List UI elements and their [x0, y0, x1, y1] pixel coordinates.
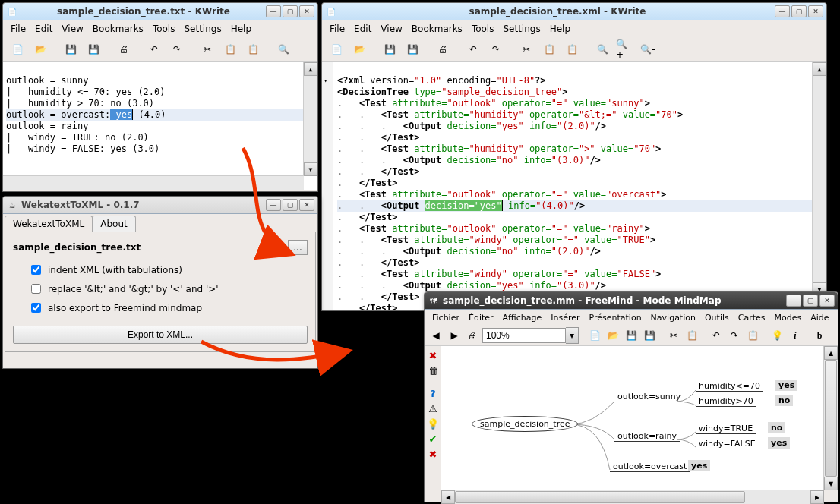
mindmap-node-windy-true[interactable]: windy=TRUE: [696, 424, 756, 434]
menu-modes[interactable]: Modes: [770, 311, 807, 324]
minimize-button[interactable]: —: [266, 199, 281, 211]
new-icon[interactable]: 📄: [586, 327, 603, 344]
idea-icon[interactable]: 💡: [769, 327, 785, 344]
tab-wekatexttoxml[interactable]: WekatextToXML: [5, 216, 93, 232]
mindmap-node-windy-false[interactable]: windy=FALSE: [696, 439, 759, 449]
kwrite-xml-titlebar[interactable]: 📄 sample_decision_tree.xml - KWrite — ▢ …: [322, 3, 826, 20]
menu-cartes[interactable]: Cartes: [734, 311, 770, 324]
menu-settings[interactable]: Settings: [498, 22, 545, 36]
print-icon[interactable]: 🖨: [433, 39, 453, 59]
mindmap-leaf-yes[interactable]: yes: [688, 460, 710, 471]
option-indent[interactable]: indent XML (with tabulations): [28, 263, 308, 277]
maximize-button[interactable]: ▢: [283, 199, 298, 211]
undo-icon[interactable]: ↶: [144, 39, 164, 59]
cross-icon[interactable]: ✖: [427, 448, 439, 460]
bold-icon[interactable]: b: [811, 327, 828, 344]
find-icon[interactable]: 🔍: [592, 39, 612, 59]
new-file-icon[interactable]: 📄: [327, 39, 346, 59]
converter-titlebar[interactable]: ☕ WekatextToXML - 0.1.7 — ▢ ✕: [3, 197, 317, 214]
trash-icon[interactable]: 🗑: [427, 364, 439, 376]
kwrite-txt-editor[interactable]: outlook = sunny | humidity <= 70: yes (2…: [3, 62, 317, 190]
save-as-icon[interactable]: 💾: [403, 39, 422, 59]
menu-bookmarks[interactable]: Bookmarks: [407, 22, 467, 36]
idea-icon[interactable]: 💡: [427, 417, 439, 430]
scroll-up-icon[interactable]: ▲: [304, 62, 317, 76]
mindmap-root[interactable]: sample_decision_tree: [472, 416, 578, 432]
scroll-left-icon[interactable]: ◀: [441, 490, 455, 504]
cut-icon[interactable]: ✂: [197, 39, 217, 59]
close-button[interactable]: ✕: [299, 199, 314, 211]
save-icon[interactable]: 💾: [623, 327, 639, 344]
scrollbar-vertical[interactable]: ▲ ▼: [823, 346, 838, 490]
warning-icon[interactable]: ⚠: [427, 402, 439, 414]
nav-prev-icon[interactable]: ◀: [428, 327, 444, 344]
nav-next-icon[interactable]: ▶: [446, 327, 463, 344]
copy-icon[interactable]: 📋: [539, 39, 559, 59]
close-button[interactable]: ✕: [299, 5, 314, 17]
save-icon[interactable]: 💾: [61, 39, 81, 59]
scroll-right-icon[interactable]: ▶: [810, 490, 824, 504]
scrollbar-horizontal[interactable]: ◀ ▶: [441, 490, 824, 504]
menu-edit[interactable]: Edit: [349, 22, 376, 36]
find-icon[interactable]: 🔍: [273, 39, 293, 59]
menu-help[interactable]: Help: [545, 22, 575, 36]
new-file-icon[interactable]: 📄: [8, 39, 27, 59]
menu-presentation[interactable]: Présentation: [585, 311, 646, 324]
menu-outils[interactable]: Outils: [700, 311, 734, 324]
minimize-button[interactable]: —: [786, 295, 801, 307]
save-as-icon[interactable]: 💾: [84, 39, 103, 59]
mindmap-node-rainy[interactable]: outlook=rainy: [614, 431, 680, 442]
export-button[interactable]: Export to XML...: [13, 326, 308, 344]
menu-navigation[interactable]: Navigation: [646, 311, 700, 324]
paste-icon[interactable]: 📋: [243, 39, 263, 59]
help-icon[interactable]: ?: [427, 387, 439, 399]
menu-affichage[interactable]: Affichage: [498, 311, 547, 324]
save-icon[interactable]: 💾: [380, 39, 399, 59]
delete-icon[interactable]: ✖: [427, 349, 439, 361]
scrollbar-vertical[interactable]: ▲ ▼: [812, 62, 826, 296]
mindmap-node-overcast[interactable]: outlook=overcast: [610, 461, 690, 472]
kwrite-txt-titlebar[interactable]: 📄 sample_decision_tree.txt - KWrite — ▢ …: [3, 3, 317, 20]
redo-icon[interactable]: ↷: [486, 39, 506, 59]
scroll-down-icon[interactable]: ▼: [824, 477, 838, 490]
open-file-icon[interactable]: 📂: [30, 39, 50, 59]
checkbox-indent[interactable]: [31, 265, 41, 275]
menu-bookmarks[interactable]: Bookmarks: [88, 22, 148, 36]
mindmap-leaf-no[interactable]: no: [775, 395, 793, 406]
open-file-icon[interactable]: 📂: [349, 39, 369, 59]
mindmap-node-humidity-le70[interactable]: humidity<=70: [696, 381, 763, 392]
scroll-down-icon[interactable]: ▼: [304, 162, 317, 176]
mindmap-node-sunny[interactable]: outlook=sunny: [614, 392, 684, 402]
menu-view[interactable]: View: [57, 22, 87, 36]
mindmap-leaf-yes[interactable]: yes: [775, 380, 797, 391]
menu-fichier[interactable]: Fichier: [428, 311, 464, 324]
maximize-button[interactable]: ▢: [283, 5, 298, 17]
checkbox-freemind[interactable]: [31, 303, 41, 313]
menu-edit[interactable]: Edit: [30, 22, 57, 36]
scroll-thumb[interactable]: [825, 360, 837, 477]
checkbox-replace[interactable]: [31, 284, 41, 294]
paste-icon[interactable]: 📋: [744, 327, 761, 344]
cut-icon[interactable]: ✂: [516, 39, 536, 59]
option-freemind[interactable]: also export to Freemind mindmap: [28, 301, 308, 315]
scroll-up-icon[interactable]: ▲: [824, 346, 838, 360]
scrollbar-vertical[interactable]: ▲ ▼: [303, 62, 317, 176]
menu-tools[interactable]: Tools: [148, 22, 180, 36]
scroll-up-icon[interactable]: ▲: [813, 62, 826, 76]
zoom-out-icon[interactable]: 🔍-: [638, 39, 658, 59]
mindmap-leaf-no[interactable]: no: [768, 422, 785, 433]
italic-icon[interactable]: i: [787, 327, 804, 344]
zoom-in-icon[interactable]: 🔍+: [615, 39, 635, 59]
check-icon[interactable]: ✔: [427, 433, 439, 445]
freemind-titlebar[interactable]: 🗺 sample_decision_tree.mm - FreeMind - M…: [425, 292, 838, 310]
save-as-icon[interactable]: 💾: [641, 327, 658, 344]
menu-help[interactable]: Help: [226, 22, 256, 36]
menu-tools[interactable]: Tools: [467, 22, 499, 36]
undo-icon[interactable]: ↶: [708, 327, 725, 344]
maximize-button[interactable]: ▢: [803, 295, 818, 307]
zoom-combo[interactable]: ▾: [482, 327, 579, 344]
close-button[interactable]: ✕: [819, 295, 835, 307]
menu-view[interactable]: View: [376, 22, 406, 36]
kwrite-xml-editor[interactable]: <?xml version="1.0" encoding="UTF-8"?> <…: [322, 62, 826, 310]
close-button[interactable]: ✕: [808, 5, 823, 17]
